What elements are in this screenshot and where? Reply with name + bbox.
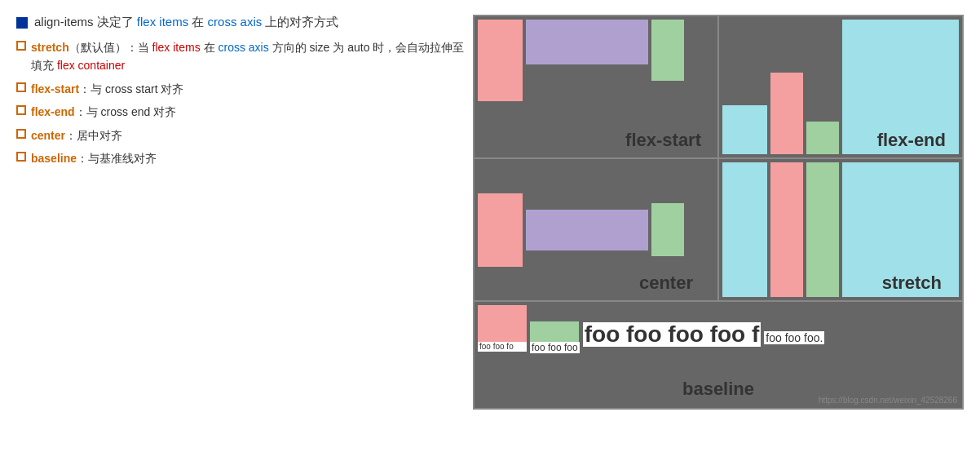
baseline-text-3: foo foo foo foo f [583, 322, 761, 347]
title-highlight2: cross axis [208, 15, 263, 29]
box-pink-3 [478, 193, 523, 267]
diagram-grid: flex-start flex-end center [475, 16, 962, 408]
box-green-4 [806, 162, 839, 297]
desc-flex-start-text: flex-start：与 cross start 对齐 [31, 80, 184, 98]
orange-square-icon2 [16, 82, 26, 92]
orange-square-icon5 [16, 152, 26, 162]
desc-stretch-text: stretch（默认值）：当 flex items 在 cross axis 方… [31, 38, 465, 75]
title-prefix: align-items 决定了 [34, 15, 137, 29]
orange-square-icon4 [16, 129, 26, 139]
box-green-1 [651, 20, 684, 81]
baseline-item-1: foo foo fo [478, 305, 527, 352]
desc-flex-start: flex-start：与 cross start 对齐 [16, 80, 465, 98]
stretch-label: stretch [882, 273, 942, 294]
blue-square-icon [16, 17, 28, 29]
desc-center: center：居中对齐 [16, 126, 465, 144]
baseline-item-4: foo foo foo. [764, 331, 824, 344]
row1: flex-start flex-end [475, 16, 962, 159]
box-cyan-2 [722, 162, 767, 297]
title-middle: 在 [188, 15, 207, 29]
left-panel: align-items 决定了 flex items 在 cross axis … [16, 15, 473, 172]
box-green-2 [806, 122, 839, 154]
desc-stretch: stretch（默认值）：当 flex items 在 cross axis 方… [16, 38, 465, 75]
box-pink-4 [770, 162, 803, 297]
flex-end-label: flex-end [877, 130, 946, 151]
baseline-text-4: foo foo foo. [764, 331, 824, 344]
cell-stretch: stretch [717, 159, 962, 300]
orange-square-icon3 [16, 105, 26, 115]
box-pink-1 [478, 20, 523, 101]
desc-baseline: baseline：与基准线对齐 [16, 149, 465, 167]
row2: center stretch [475, 159, 962, 302]
desc-center-text: center：居中对齐 [31, 126, 122, 144]
box-green-3 [651, 203, 684, 256]
desc-flex-end: flex-end：与 cross end 对齐 [16, 103, 465, 121]
cell-baseline: foo foo fo foo foo foo foo foo foo foo f… [475, 302, 962, 408]
kw-stretch: stretch [31, 41, 69, 54]
box-pink-2 [770, 73, 803, 154]
row3: foo foo fo foo foo foo foo foo foo foo f… [475, 302, 962, 408]
box-purple-2 [526, 210, 648, 250]
baseline-text-2: foo foo foo [530, 342, 580, 353]
title-suffix: 上的对齐方式 [262, 15, 338, 29]
cell-flex-end: flex-end [717, 16, 962, 157]
baseline-item-3: foo foo foo foo f [583, 322, 761, 347]
flex-start-label: flex-start [625, 130, 701, 151]
orange-square-icon [16, 41, 26, 51]
title-row: align-items 决定了 flex items 在 cross axis … [16, 15, 465, 30]
cell-flex-start: flex-start [475, 16, 717, 157]
box-cyan-1 [722, 105, 767, 154]
title-highlight1: flex items [137, 15, 188, 29]
watermark: https://blog.csdn.net/weixin_42528266 [819, 396, 957, 405]
baseline-label: baseline [682, 379, 754, 400]
desc-baseline-text: baseline：与基准线对齐 [31, 149, 157, 167]
baseline-text-1: foo foo fo [478, 342, 527, 352]
box-purple-1 [526, 20, 648, 64]
desc-flex-end-text: flex-end：与 cross end 对齐 [31, 103, 176, 121]
center-label: center [639, 273, 693, 294]
title-text: align-items 决定了 flex items 在 cross axis … [34, 15, 338, 30]
baseline-item-2: foo foo foo [530, 321, 580, 353]
right-diagram: flex-start flex-end center [473, 15, 964, 410]
cell-center: center [475, 159, 717, 300]
